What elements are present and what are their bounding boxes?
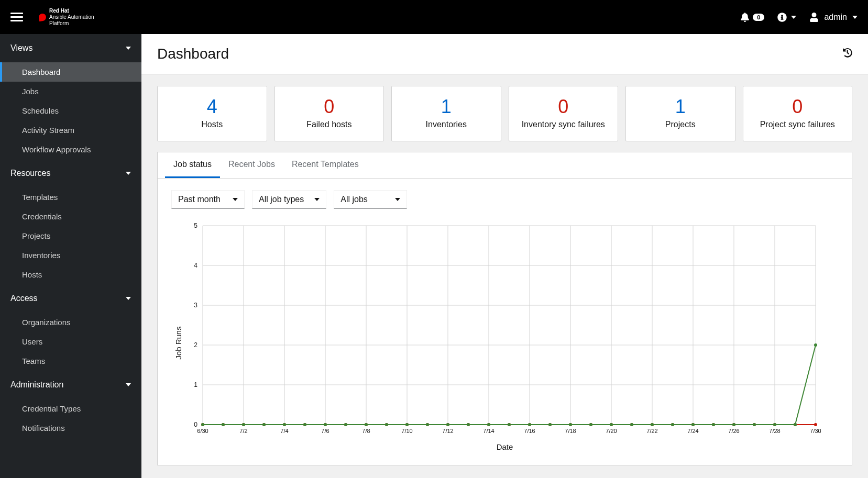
chart-filters: Past month All job types All jobs [158,179,852,220]
sidebar-item-projects[interactable]: Projects [0,226,141,246]
svg-point-94 [569,423,572,426]
svg-point-87 [426,423,429,426]
sidebar-section-label: Access [10,294,38,303]
stat-card-hosts[interactable]: 4 Hosts [157,86,267,141]
svg-text:7/8: 7/8 [362,428,370,434]
sidebar-item-notifications[interactable]: Notifications [0,418,141,438]
svg-point-93 [548,423,552,426]
svg-text:7/6: 7/6 [321,428,329,434]
svg-point-89 [467,423,470,426]
filter-job-type-select[interactable]: All job types [252,190,326,209]
sidebar-item-users[interactable]: Users [0,332,141,351]
user-dropdown[interactable]: admin [809,13,858,22]
sidebar-item-schedules[interactable]: Schedules [0,101,141,120]
svg-text:7/22: 7/22 [646,428,657,434]
stat-value: 0 [324,96,334,118]
stat-label: Hosts [201,120,223,129]
svg-point-79 [262,423,266,426]
help-dropdown[interactable] [777,13,796,22]
sidebar-section-administration[interactable]: Administration [0,371,141,399]
svg-text:7/20: 7/20 [606,428,617,434]
help-icon [777,13,787,22]
caret-down-icon [233,198,238,201]
svg-point-86 [405,423,409,426]
sidebar-section-views[interactable]: Views [0,34,141,62]
tab-recent-jobs[interactable]: Recent Jobs [220,152,283,178]
svg-point-99 [671,423,674,426]
history-icon [843,48,852,58]
sidebar-item-activity-stream[interactable]: Activity Stream [0,120,141,140]
svg-point-92 [528,423,531,426]
sidebar-item-hosts[interactable]: Hosts [0,265,141,284]
username-label: admin [824,13,847,22]
svg-point-91 [508,423,511,426]
sidebar-item-inventories[interactable]: Inventories [0,246,141,265]
bell-icon [740,13,750,22]
chart-x-axis-label: Date [171,442,838,451]
filter-jobs-select[interactable]: All jobs [334,190,407,209]
svg-point-106 [814,343,817,347]
chevron-down-icon [126,47,131,50]
stat-card-projects[interactable]: 1 Projects [625,86,735,141]
notifications-button[interactable]: 0 [740,13,764,22]
stat-card-failed-hosts[interactable]: 0 Failed hosts [274,86,384,141]
sidebar-section-access[interactable]: Access [0,284,141,313]
sidebar-section-label: Views [10,43,32,53]
svg-point-77 [222,423,225,426]
svg-text:7/28: 7/28 [769,428,780,434]
stats-row: 4 Hosts 0 Failed hosts 1 Inventories 0 I… [141,74,868,147]
brand-logo[interactable]: Red Hat Ansible Automation Platform [39,8,94,27]
stat-label: Projects [665,120,696,129]
svg-point-102 [732,423,735,426]
sidebar-item-dashboard[interactable]: Dashboard [0,62,141,82]
svg-point-95 [589,423,592,426]
svg-text:7/4: 7/4 [280,428,288,434]
job-status-panel: Job status Recent Jobs Recent Templates … [157,152,852,465]
svg-point-96 [610,423,613,426]
svg-point-83 [344,423,347,426]
filter-period-label: Past month [178,195,221,204]
filter-period-select[interactable]: Past month [171,190,245,209]
sidebar-section-resources[interactable]: Resources [0,159,141,187]
stat-value: 0 [792,96,803,118]
svg-point-75 [814,423,817,426]
page-header: Dashboard [141,34,868,74]
svg-text:1: 1 [194,381,197,388]
tab-job-status[interactable]: Job status [165,152,220,178]
svg-point-85 [385,423,388,426]
user-icon [809,13,819,22]
svg-text:7/18: 7/18 [565,428,576,434]
stat-value: 1 [441,96,452,118]
svg-text:7/2: 7/2 [239,428,247,434]
sidebar-item-credential-types[interactable]: Credential Types [0,399,141,418]
svg-text:7/10: 7/10 [401,428,412,434]
stat-value: 0 [558,96,568,118]
svg-text:7/14: 7/14 [483,428,494,434]
svg-point-104 [773,423,776,426]
svg-point-103 [753,423,756,426]
sidebar-item-organizations[interactable]: Organizations [0,313,141,332]
stat-card-inventory-sync-failures[interactable]: 0 Inventory sync failures [509,86,619,141]
svg-point-105 [794,423,797,426]
caret-down-icon [395,198,400,201]
activity-history-button[interactable] [843,48,852,60]
sidebar-item-jobs[interactable]: Jobs [0,82,141,101]
tab-recent-templates[interactable]: Recent Templates [283,152,367,178]
svg-text:7/30: 7/30 [810,428,821,434]
svg-text:7/12: 7/12 [442,428,453,434]
chevron-down-icon [791,16,796,19]
redhat-logo-icon [38,13,47,21]
stat-card-project-sync-failures[interactable]: 0 Project sync failures [743,86,853,141]
sidebar-item-teams[interactable]: Teams [0,351,141,371]
svg-text:5: 5 [194,222,197,229]
sidebar-item-credentials[interactable]: Credentials [0,207,141,226]
stat-card-inventories[interactable]: 1 Inventories [391,86,501,141]
stat-label: Inventory sync failures [522,120,605,129]
nav-toggle-button[interactable] [10,11,23,24]
main-content: Dashboard 4 Hosts 0 Failed hosts 1 Inven… [141,34,868,478]
sidebar-item-templates[interactable]: Templates [0,187,141,207]
sidebar-item-workflow-approvals[interactable]: Workflow Approvals [0,140,141,159]
svg-text:4: 4 [194,262,197,269]
svg-point-101 [712,423,715,426]
svg-text:6/30: 6/30 [197,428,208,434]
